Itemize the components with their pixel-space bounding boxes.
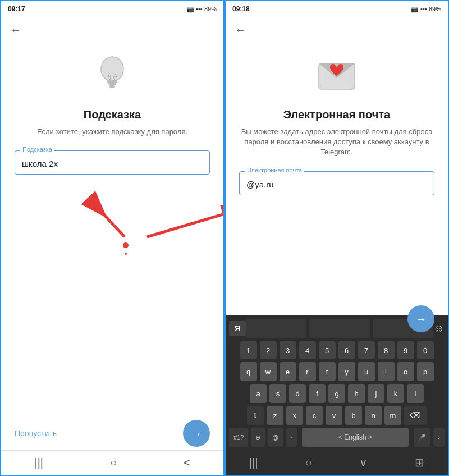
kb-key-w[interactable]: w [260,362,277,381]
svg-point-0 [101,57,123,81]
right-battery-icon: 89% [429,6,441,12]
kb-key-9[interactable]: 9 [397,341,414,359]
back-button[interactable]: ← [1,17,223,41]
kb-key-p[interactable]: p [417,362,434,381]
right-next-arrow: → [415,313,427,326]
kb-special-key[interactable]: #1? [229,428,248,447]
kb-suggestion-2[interactable] [309,319,370,338]
kb-shift-key[interactable]: ⇧ [247,406,264,425]
kb-suggestions [246,319,433,338]
hint-input-container: Подсказка [15,150,210,175]
left-subtitle: Если хотите, укажите подсказку для парол… [37,127,187,137]
email-icon [314,52,359,97]
camera-icon: 📷 [186,6,194,13]
right-status-icons: 📷 ▪▪▪ 89% [411,6,441,13]
kb-key-c[interactable]: c [306,406,323,425]
svg-rect-1 [107,80,117,83]
kb-key-7[interactable]: 7 [358,341,375,359]
kb-key-a[interactable]: a [250,384,267,403]
email-input[interactable] [239,171,434,195]
kb-key-t[interactable]: t [319,362,336,381]
kb-key-s[interactable]: s [269,384,286,403]
kb-suggestion-1[interactable] [246,319,306,338]
left-time: 09:17 [8,5,25,13]
right-time: 09:18 [232,5,250,13]
right-nav-down-icon[interactable]: ∨ [359,456,368,469]
left-nav-bar: ||| ○ < [1,450,223,475]
right-nav-menu-icon[interactable]: ||| [249,456,258,469]
kb-key-2[interactable]: 2 [260,341,277,359]
svg-rect-2 [108,83,116,85]
kb-key-5[interactable]: 5 [319,341,336,359]
right-camera-icon: 📷 [411,6,419,13]
signal-icon: ▪▪▪ [196,6,203,12]
right-subtitle: Вы можете задать адрес электронной почты… [239,127,434,158]
email-input-label: Электронная почта [245,167,304,173]
kb-globe-key[interactable]: ⊕ [251,428,265,447]
kb-key-0[interactable]: 0 [417,341,434,359]
right-phone-screen: 09:18 📷 ▪▪▪ 89% ← Электронная почта Вы м… [224,0,449,476]
svg-rect-3 [109,85,115,88]
kb-key-v[interactable]: v [326,406,342,425]
kb-key-h[interactable]: h [348,384,365,403]
left-title: Подсказка [84,108,141,121]
kb-key-y[interactable]: y [338,362,355,381]
kb-key-1[interactable]: 1 [240,341,257,359]
kb-row-asdf: a s d f g h j k l [228,384,446,403]
kb-key-i[interactable]: i [378,362,395,381]
kb-key-4[interactable]: 4 [299,341,316,359]
kb-key-e[interactable]: e [280,362,296,381]
kb-dot-key[interactable]: · [286,428,297,447]
kb-arrow-key[interactable]: › [433,428,445,447]
kb-key-l[interactable]: l [407,384,424,403]
kb-key-m[interactable]: m [384,406,401,425]
hint-input[interactable] [15,150,210,175]
left-next-button[interactable]: → [183,420,210,447]
kb-key-j[interactable]: j [368,384,384,403]
right-title: Электронная почта [283,108,390,121]
left-next-arrow: → [191,427,202,440]
left-nav-back-icon[interactable]: < [184,456,190,469]
kb-mic-key[interactable]: 🎤 [414,428,430,447]
kb-key-k[interactable]: k [387,384,404,403]
bulb-icon [90,52,135,97]
kb-key-b[interactable]: b [345,406,362,425]
right-nav-bar: ||| ○ ∨ ⊞ [226,450,448,475]
kb-key-6[interactable]: 6 [338,341,355,359]
right-status-bar: 09:18 📷 ▪▪▪ 89% [226,1,448,17]
kb-key-u[interactable]: u [358,362,375,381]
right-signal-icon: ▪▪▪ [420,6,427,12]
left-status-bar: 09:17 📷 ▪▪▪ 89% [1,1,223,17]
kb-ya-key[interactable]: Я [229,321,246,336]
kb-bottom-row: #1? ⊕ @ · < English > 🎤 › [228,428,446,447]
kb-key-g[interactable]: g [328,384,345,403]
kb-key-8[interactable]: 8 [378,341,395,359]
hint-input-label: Подсказка [20,146,54,153]
kb-key-d[interactable]: d [289,384,306,403]
keyboard: Я ☺ 1 2 3 4 5 6 7 8 9 0 q w e r [226,315,448,450]
left-screen-content: Подсказка Если хотите, укажите подсказку… [1,41,223,475]
skip-button[interactable]: Пропустить [15,429,57,438]
left-nav-menu-icon[interactable]: ||| [34,456,43,469]
kb-key-o[interactable]: o [397,362,414,381]
right-nav-home-icon[interactable]: ○ [305,456,312,469]
left-nav-home-icon[interactable]: ○ [110,456,117,469]
email-icon-area [314,52,359,99]
right-nav-grid-icon[interactable]: ⊞ [415,456,424,469]
left-status-icons: 📷 ▪▪▪ 89% [186,6,217,13]
kb-key-x[interactable]: x [286,406,303,425]
kb-key-3[interactable]: 3 [280,341,296,359]
email-input-container: Электронная почта [239,171,434,195]
kb-key-r[interactable]: r [299,362,316,381]
kb-lang-key[interactable]: < English > [302,428,409,447]
right-next-button[interactable]: → [407,305,434,332]
kb-key-z[interactable]: z [267,406,283,425]
hint-icon-area [90,52,135,99]
kb-delete-key[interactable]: ⌫ [404,406,427,425]
kb-key-f[interactable]: f [309,384,326,403]
kb-key-q[interactable]: q [240,362,257,381]
kb-at-key[interactable]: @ [268,428,283,447]
right-back-button[interactable]: ← [226,17,448,41]
kb-key-n[interactable]: n [365,406,382,425]
kb-emoji-key[interactable]: ☺ [433,322,445,335]
